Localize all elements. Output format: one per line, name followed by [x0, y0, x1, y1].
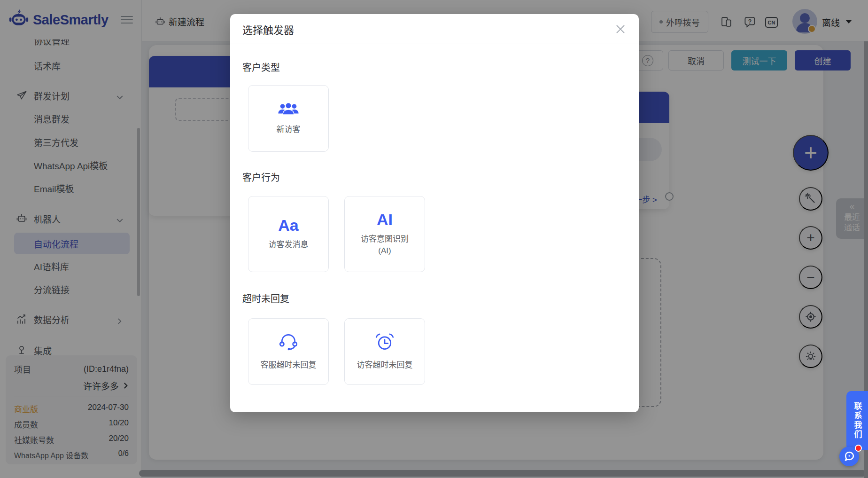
notification-dot: [855, 445, 862, 452]
text-aa-icon: Aa: [278, 217, 298, 233]
trigger-picker-modal: 选择触发器 客户类型 新访客 客户行为: [230, 14, 639, 412]
app-root: 协议管理 话术库 群发计划 消息群发 第三方代发 WhatsApp Api模板 …: [0, 0, 868, 478]
trigger-card-new-visitor[interactable]: 新访客: [248, 85, 329, 152]
ai-icon: AI: [377, 212, 393, 227]
alarm-clock-icon: [374, 332, 395, 353]
modal-header: 选择触发器: [230, 14, 639, 44]
section-title-customer-behavior: 客户行为: [242, 170, 280, 184]
close-icon[interactable]: [614, 23, 627, 35]
section-title-timeout: 超时未回复: [242, 291, 289, 305]
headset-icon: [278, 332, 299, 353]
trigger-card-visitor-message[interactable]: Aa 访客发消息: [248, 196, 329, 272]
contact-us-tab[interactable]: 联系我们: [846, 391, 868, 450]
trigger-card-agent-timeout[interactable]: 客服超时未回复: [248, 318, 329, 385]
people-group-icon: [278, 101, 299, 118]
trigger-card-visitor-timeout[interactable]: 访客超时未回复: [344, 318, 425, 385]
trigger-card-intent-ai[interactable]: AI 访客意图识别 (AI): [344, 196, 425, 272]
section-title-customer-type: 客户类型: [242, 60, 280, 74]
modal-title: 选择触发器: [242, 22, 294, 37]
